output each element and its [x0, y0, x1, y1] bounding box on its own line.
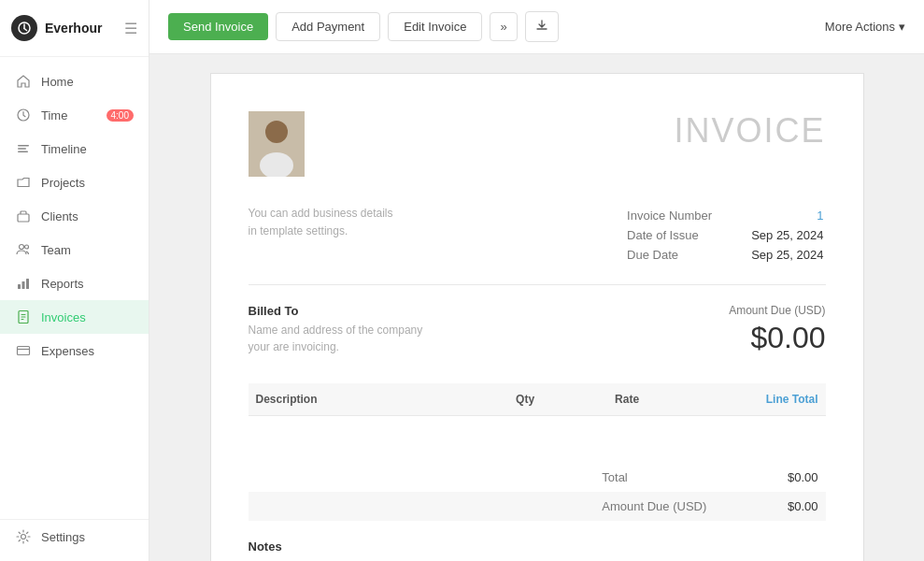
- invoice-table: Description Qty Rate Line Total: [249, 383, 826, 453]
- svg-rect-16: [21, 319, 24, 320]
- invoice-icon: [15, 309, 32, 325]
- sidebar-item-reports[interactable]: Reports: [0, 266, 149, 300]
- svg-point-9: [25, 245, 29, 249]
- business-details-line1: You can add business details: [249, 205, 393, 223]
- svg-rect-17: [18, 347, 30, 355]
- sidebar-item-invoices[interactable]: Invoices: [0, 300, 149, 334]
- people-icon: [15, 241, 32, 258]
- notes-section: Notes Total payment due is NET 30 days. …: [249, 539, 826, 562]
- svg-rect-11: [22, 281, 25, 289]
- due-date-value: Sep 25, 2024: [751, 246, 823, 264]
- amount-due-row-value: $0.00: [762, 492, 826, 521]
- svg-rect-15: [21, 317, 26, 318]
- sidebar-item-team-label: Team: [41, 243, 71, 257]
- quote-icon: »: [500, 20, 506, 34]
- more-actions-button[interactable]: More Actions ▾: [825, 20, 905, 34]
- invoice-number-value: 1: [751, 207, 823, 224]
- amount-due-value: $0.00: [729, 321, 825, 355]
- svg-point-8: [20, 245, 24, 250]
- invoice-content: INVOICE You can add business details in …: [149, 54, 924, 561]
- quote-button[interactable]: »: [490, 12, 517, 41]
- sidebar-header: Everhour ☰: [0, 0, 149, 57]
- totals-table: Total $0.00 Amount Due (USD) $0.00: [249, 463, 826, 521]
- sidebar-item-team[interactable]: Team: [0, 233, 149, 266]
- gear-icon: [15, 528, 32, 545]
- sidebar-item-expenses-label: Expenses: [41, 344, 94, 358]
- amount-due-section: Amount Due (USD) $0.00: [729, 304, 825, 355]
- amount-due-label: Amount Due (USD): [729, 304, 825, 317]
- home-icon: [15, 73, 32, 90]
- svg-rect-10: [18, 284, 21, 289]
- sidebar-item-clients[interactable]: Clients: [0, 199, 149, 233]
- clock-icon: [15, 107, 32, 123]
- toolbar: Send Invoice Add Payment Edit Invoice » …: [149, 0, 924, 54]
- sidebar-toggle-icon[interactable]: ☰: [124, 20, 137, 37]
- main-content: Send Invoice Add Payment Edit Invoice » …: [149, 0, 924, 561]
- svg-rect-12: [26, 279, 29, 289]
- more-actions-label: More Actions: [825, 20, 895, 34]
- timeline-icon: [15, 140, 32, 157]
- sidebar-item-invoices-label: Invoices: [41, 310, 86, 324]
- sidebar-item-projects[interactable]: Projects: [0, 165, 149, 199]
- toolbar-right: More Actions ▾: [825, 20, 905, 34]
- svg-rect-4: [18, 145, 29, 147]
- svg-rect-14: [21, 314, 26, 315]
- sidebar-item-settings[interactable]: Settings: [0, 519, 149, 554]
- total-value: $0.00: [762, 463, 826, 492]
- chevron-down-icon: ▾: [899, 20, 905, 34]
- sidebar-item-timeline-label: Timeline: [41, 142, 87, 156]
- total-label: Total: [594, 463, 761, 492]
- sidebar-item-time[interactable]: Time 4:00: [0, 98, 149, 132]
- app-logo: [11, 15, 37, 41]
- invoice-logo: [249, 111, 305, 177]
- business-details: You can add business details in template…: [249, 205, 393, 266]
- sidebar-item-settings-label: Settings: [41, 530, 85, 544]
- invoice-meta: You can add business details in template…: [249, 205, 826, 266]
- amount-due-row-label: Amount Due (USD): [594, 492, 761, 521]
- svg-point-18: [21, 535, 26, 539]
- sidebar-item-expenses[interactable]: Expenses: [0, 334, 149, 367]
- billed-to: Billed To Name and address of the compan…: [249, 304, 423, 355]
- invoice-top: INVOICE: [249, 111, 826, 177]
- sidebar-item-projects-label: Projects: [41, 176, 85, 190]
- date-of-issue-value: Sep 25, 2024: [751, 226, 823, 244]
- add-payment-button[interactable]: Add Payment: [276, 12, 380, 41]
- chart-icon: [15, 275, 32, 292]
- sidebar-item-timeline[interactable]: Timeline: [0, 132, 149, 165]
- divider-1: [249, 284, 826, 285]
- notes-label: Notes: [249, 539, 826, 562]
- billed-to-line1: Name and address of the company: [249, 322, 423, 338]
- sidebar-item-home-label: Home: [41, 75, 74, 89]
- svg-line-2: [24, 29, 27, 31]
- svg-rect-6: [18, 151, 28, 152]
- time-badge: 4:00: [107, 109, 134, 122]
- billed-to-label: Billed To: [249, 304, 423, 318]
- briefcase-icon: [15, 208, 32, 224]
- sidebar-item-home[interactable]: Home: [0, 65, 149, 98]
- svg-rect-5: [18, 148, 26, 150]
- svg-point-20: [265, 121, 288, 143]
- sidebar: Everhour ☰ Home Time 4:00 Timeline: [0, 0, 149, 561]
- svg-rect-7: [18, 214, 29, 222]
- invoice-paper: INVOICE You can add business details in …: [210, 73, 864, 561]
- folder-icon: [15, 174, 32, 191]
- download-button[interactable]: [525, 11, 559, 42]
- col-description: Description: [249, 383, 453, 416]
- sidebar-item-reports-label: Reports: [41, 277, 84, 291]
- date-of-issue-label: Date of Issue: [627, 226, 749, 244]
- invoice-title: INVOICE: [674, 111, 825, 151]
- sidebar-item-clients-label: Clients: [41, 209, 78, 223]
- invoice-details: Invoice Number 1 Date of Issue Sep 25, 2…: [625, 205, 825, 266]
- sidebar-item-time-label: Time: [41, 108, 67, 122]
- send-invoice-button[interactable]: Send Invoice: [168, 13, 268, 40]
- sidebar-nav: Home Time 4:00 Timeline Projects: [0, 57, 149, 519]
- invoice-number-label: Invoice Number: [627, 207, 749, 224]
- app-name: Everhour: [45, 21, 102, 36]
- expenses-icon: [15, 342, 32, 359]
- business-details-line2: in template settings.: [249, 223, 393, 240]
- edit-invoice-button[interactable]: Edit Invoice: [388, 12, 482, 41]
- download-icon: [535, 21, 548, 35]
- billed-section: Billed To Name and address of the compan…: [249, 304, 826, 355]
- col-rate: Rate: [542, 383, 647, 416]
- col-qty: Qty: [452, 383, 542, 416]
